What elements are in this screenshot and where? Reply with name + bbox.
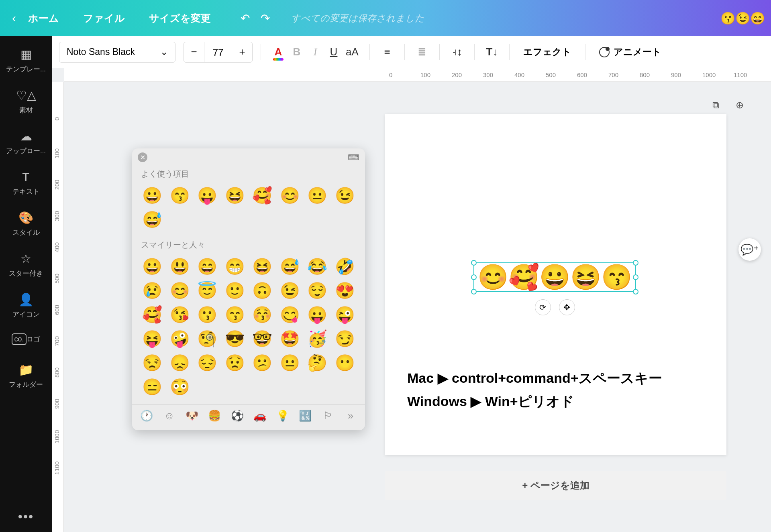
emoji-item[interactable]: 😑 [139, 375, 166, 399]
resize-handle[interactable] [471, 274, 477, 280]
sidebar-item-text[interactable]: Tテキスト [0, 163, 52, 203]
sidebar-item-templates[interactable]: ▦テンプレー... [0, 40, 52, 81]
emoji-item[interactable]: 😄 [194, 254, 221, 278]
emoji-item[interactable]: 😁 [221, 254, 249, 278]
emoji-item[interactable]: 😏 [331, 327, 359, 351]
move-button[interactable]: ✥ [559, 299, 575, 315]
emoji-item[interactable]: 😅 [276, 254, 304, 278]
emoji-item[interactable]: 😊 [276, 183, 304, 207]
category-flags[interactable]: 🏳 [320, 410, 336, 422]
emoji-item[interactable]: 🙃 [249, 278, 276, 303]
canvas-emoji-text[interactable]: 😊🥰😀😆😙 [477, 265, 632, 290]
resize-handle[interactable] [633, 289, 638, 294]
emoji-picker-panel[interactable]: ✕ ⌨ よく使う項目 😀😙😛😆🥰😊😐😉😅 スマイリーと人々 😀😃😄😁😆😅😂🤣😢😊… [132, 148, 365, 430]
emoji-item[interactable]: 🤩 [276, 327, 304, 351]
animate-button[interactable]: アニメート [594, 46, 667, 58]
text-color-button[interactable]: A [269, 43, 288, 61]
emoji-item[interactable]: 😝 [139, 327, 166, 351]
resize-handle[interactable] [633, 260, 638, 266]
emoji-item[interactable]: 😀 [139, 254, 166, 278]
sidebar-item-elements[interactable]: ♡△素材 [0, 81, 52, 122]
font-size-increase[interactable]: + [232, 46, 252, 58]
spacing-button[interactable]: ⫞↕ [448, 43, 466, 61]
italic-button[interactable]: I [306, 43, 324, 61]
resize-menu[interactable]: サイズを変更 [149, 12, 211, 25]
emoji-item[interactable]: 🧐 [194, 327, 221, 351]
undo-button[interactable]: ↶ [235, 12, 255, 25]
emoji-item[interactable]: 😋 [276, 303, 304, 327]
sidebar-item-logo[interactable]: co.ロゴ [0, 326, 52, 355]
bold-button[interactable]: B [288, 43, 306, 61]
duplicate-page-button[interactable]: ⧉ [708, 98, 723, 112]
emoji-item[interactable]: 😆 [221, 183, 249, 207]
align-button[interactable]: ≡ [378, 43, 396, 61]
sidebar-item-icons[interactable]: 👤アイコン [0, 285, 52, 326]
rotate-button[interactable]: ⟳ [535, 299, 551, 315]
emoji-item[interactable]: 😶 [331, 351, 359, 375]
emoji-item[interactable]: 😊 [166, 278, 194, 303]
category-more[interactable]: » [343, 410, 359, 422]
comment-button[interactable]: 💬⁺ [738, 238, 761, 261]
category-smileys[interactable]: ☺ [161, 410, 177, 422]
emoji-item[interactable]: 😜 [331, 303, 359, 327]
emoji-item[interactable]: 😅 [139, 207, 166, 231]
file-menu[interactable]: ファイル [83, 12, 125, 25]
redo-button[interactable]: ↷ [255, 12, 275, 25]
emoji-item[interactable]: 😐 [304, 183, 331, 207]
emoji-item[interactable]: 😂 [304, 254, 331, 278]
emoji-item[interactable]: 😆 [249, 254, 276, 278]
effects-button[interactable]: エフェクト [518, 46, 577, 58]
emoji-item[interactable]: 🥰 [249, 183, 276, 207]
category-objects[interactable]: 💡 [275, 410, 291, 422]
category-animals[interactable]: 🐶 [184, 410, 200, 422]
emoji-item[interactable]: 🤣 [331, 254, 359, 278]
resize-handle[interactable] [471, 260, 477, 266]
keyboard-toggle-icon[interactable]: ⌨ [348, 152, 359, 162]
back-button[interactable]: ‹ [12, 11, 28, 25]
emoji-item[interactable]: 😘 [166, 303, 194, 327]
emoji-item[interactable]: 🥰 [139, 303, 166, 327]
selected-text-box[interactable]: 😊🥰😀😆😙 ⟳ ✥ [473, 262, 636, 292]
emoji-item[interactable]: 😒 [139, 351, 166, 375]
emoji-item[interactable]: 🙂 [221, 278, 249, 303]
list-button[interactable]: ≣ [413, 43, 431, 61]
emoji-item[interactable]: 😗 [194, 303, 221, 327]
font-size-value[interactable]: 77 [204, 42, 232, 62]
design-canvas[interactable]: 😊🥰😀😆😙 ⟳ ✥ Mac ▶ control+command+スペースキー W… [385, 114, 726, 455]
sidebar-item-uploads[interactable]: ☁アップロー... [0, 122, 52, 163]
sidebar-item-starred[interactable]: ☆スター付き [0, 244, 52, 285]
emoji-item[interactable]: 😉 [276, 278, 304, 303]
emoji-item[interactable]: 🤔 [304, 351, 331, 375]
emoji-item[interactable]: 😔 [194, 351, 221, 375]
emoji-item[interactable]: 😙 [221, 303, 249, 327]
font-selector[interactable]: Noto Sans Black ⌄ [59, 42, 175, 63]
emoji-item[interactable]: 😐 [276, 351, 304, 375]
emoji-item[interactable]: 😳 [166, 375, 194, 399]
sidebar-more-button[interactable]: ••• [18, 509, 34, 524]
resize-handle[interactable] [633, 274, 638, 280]
case-button[interactable]: aA [343, 43, 361, 61]
emoji-item[interactable]: 😇 [194, 278, 221, 303]
emoji-item[interactable]: 😙 [166, 183, 194, 207]
add-page-button[interactable]: + ページを追加 [385, 471, 726, 500]
emoji-item[interactable]: 🥳 [304, 327, 331, 351]
underline-button[interactable]: U [324, 43, 343, 61]
close-emoji-panel-button[interactable]: ✕ [138, 152, 147, 162]
sidebar-item-styles[interactable]: 🎨スタイル [0, 203, 52, 244]
emoji-item[interactable]: 😞 [166, 351, 194, 375]
home-menu[interactable]: ホーム [28, 12, 59, 25]
category-travel[interactable]: 🚗 [252, 410, 268, 422]
category-symbols[interactable]: 🔣 [297, 410, 313, 422]
emoji-item[interactable]: 🤓 [249, 327, 276, 351]
add-page-icon-button[interactable]: ⊕ [732, 98, 747, 112]
emoji-item[interactable]: 😟 [221, 351, 249, 375]
sidebar-item-folder[interactable]: 📁フォルダー [0, 355, 52, 396]
emoji-item[interactable]: 😀 [139, 183, 166, 207]
emoji-item[interactable]: 😉 [331, 183, 359, 207]
canvas-body-text[interactable]: Mac ▶ control+command+スペースキー Windows ▶ W… [407, 367, 662, 413]
vertical-text-button[interactable]: T↓ [483, 43, 501, 61]
category-activity[interactable]: ⚽ [229, 410, 245, 422]
emoji-item[interactable]: 😌 [304, 278, 331, 303]
emoji-item[interactable]: 🤪 [166, 327, 194, 351]
emoji-item[interactable]: 😍 [331, 278, 359, 303]
